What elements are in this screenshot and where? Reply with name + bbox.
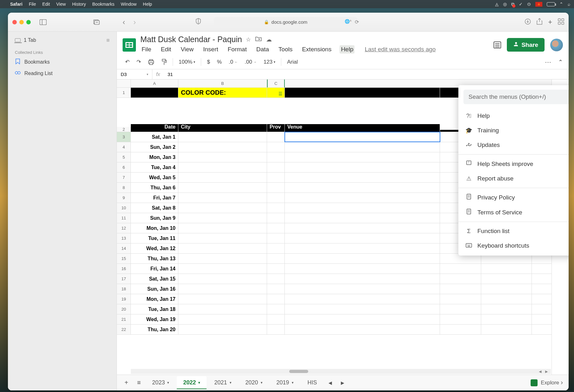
cell-E19[interactable] (440, 294, 481, 304)
cell-D14[interactable] (285, 243, 440, 253)
row-header-16[interactable]: 16 (117, 264, 131, 274)
filter-icon[interactable]: ☰ (278, 91, 283, 96)
cell-E21[interactable] (440, 314, 481, 324)
cell-C8[interactable] (267, 183, 285, 193)
status-battery-icon[interactable] (547, 2, 555, 6)
menu-view[interactable]: View (56, 2, 66, 7)
undo-icon[interactable]: ↶ (123, 57, 132, 66)
new-tab-icon[interactable]: + (548, 18, 552, 26)
star-icon[interactable]: ☆ (246, 36, 251, 43)
percent-icon[interactable]: % (214, 58, 224, 66)
menu-bookmarks[interactable]: Bookmarks (92, 2, 114, 7)
cell-C5[interactable] (267, 152, 285, 162)
menu-tools-sheets[interactable]: Tools (277, 45, 294, 54)
paint-format-icon[interactable] (159, 58, 169, 66)
user-avatar[interactable] (550, 39, 563, 51)
cell-A17[interactable]: Sat, Jan 15 (131, 274, 178, 284)
cell-A9[interactable]: Fri, Jan 7 (131, 193, 178, 203)
cell-F16[interactable] (481, 264, 532, 274)
status-icon-1[interactable]: ◬ (495, 2, 499, 7)
tab-2021[interactable]: 2021▾ (208, 376, 238, 389)
cell-D13[interactable] (285, 233, 440, 243)
cell-B7[interactable] (178, 173, 267, 182)
cell-B3[interactable] (178, 132, 267, 142)
cell-A18[interactable]: Sun, Jan 16 (131, 284, 178, 294)
tab-2023[interactable]: 2023▾ (146, 376, 175, 389)
row-header-6[interactable]: 6 (117, 162, 131, 172)
help-item-help[interactable]: ?⃝Help (458, 109, 569, 123)
scroll-right-icon[interactable]: ▶ (545, 370, 548, 374)
cell-D17[interactable] (285, 274, 440, 284)
cell-C21[interactable] (267, 314, 285, 324)
new-tab-plus-button[interactable]: + (92, 18, 101, 26)
bookmarks-row[interactable]: Bookmarks (8, 56, 117, 68)
cell-B9[interactable] (178, 193, 267, 203)
help-item-terms[interactable]: Terms of Service (458, 205, 569, 220)
reload-icon[interactable]: ⟳ (355, 19, 359, 25)
cell-A1[interactable] (131, 88, 178, 98)
row-header-4[interactable]: 4 (117, 142, 131, 152)
currency-icon[interactable]: $ (204, 58, 212, 66)
row-header-10[interactable]: 10 (117, 203, 131, 213)
row-header-22[interactable]: 22 (117, 325, 131, 334)
name-box[interactable]: D3▾ (117, 69, 152, 79)
cell-B2[interactable]: City (178, 124, 267, 132)
document-title[interactable]: Matt Dusk Calendar - Paquin (140, 35, 242, 44)
row-header-8[interactable]: 8 (117, 183, 131, 193)
cell-E17[interactable] (440, 274, 481, 284)
menu-edit[interactable]: Edit (42, 2, 50, 7)
select-all-cell[interactable] (117, 79, 131, 87)
cell-D6[interactable] (285, 162, 440, 172)
row-header-11[interactable]: 11 (117, 213, 131, 223)
cell-A6[interactable]: Tue, Jan 4 (131, 162, 178, 172)
row-header-14[interactable]: 14 (117, 243, 131, 253)
tab-scroll-right-icon[interactable]: ▶ (337, 378, 348, 388)
cell-C2[interactable]: Prov (267, 124, 285, 132)
cell-C11[interactable] (267, 213, 285, 223)
scrollbar-thumb[interactable] (289, 370, 308, 373)
cell-F18[interactable] (481, 284, 532, 294)
horizontal-scrollbar[interactable]: ◀ ▶ (131, 369, 551, 374)
row-header-17[interactable]: 17 (117, 274, 131, 284)
menu-help-sheets[interactable]: Help (340, 45, 354, 54)
cell-B15[interactable] (178, 254, 267, 263)
cell-C4[interactable] (267, 142, 285, 152)
tab-scroll-left-icon[interactable]: ◀ (325, 378, 336, 388)
cell-A14[interactable]: Wed, Jan 12 (131, 243, 178, 253)
cell-C22[interactable] (267, 325, 285, 334)
row-header-19[interactable]: 19 (117, 294, 131, 304)
row-header-20[interactable]: 20 (117, 304, 131, 314)
cell-B4[interactable] (178, 142, 267, 152)
cell-A3[interactable]: Sat, Jan 1 (131, 132, 178, 142)
zoom-select[interactable]: 100% ▾ (176, 58, 198, 66)
menu-extensions-sheets[interactable]: Extensions (301, 45, 333, 54)
cell-C17[interactable] (267, 274, 285, 284)
cell-B1[interactable]: COLOR CODE: (178, 88, 267, 98)
cell-D8[interactable] (285, 183, 440, 193)
cell-F22[interactable] (481, 325, 532, 334)
cell-C6[interactable] (267, 162, 285, 172)
cell-D18[interactable] (285, 284, 440, 294)
help-item-improve[interactable]: !Help Sheets improve (458, 156, 569, 171)
help-item-updates[interactable]: Updates (458, 138, 569, 152)
cell-A2[interactable]: Date (131, 124, 178, 132)
cell-A8[interactable]: Thu, Jan 6 (131, 183, 178, 193)
row-header-15[interactable]: 15 (117, 254, 131, 263)
cell-D9[interactable] (285, 193, 440, 203)
menu-edit-sheets[interactable]: Edit (160, 45, 173, 54)
menu-history[interactable]: History (72, 2, 86, 7)
cell-E20[interactable] (440, 304, 481, 314)
reading-list-row[interactable]: Reading List (8, 68, 117, 79)
cell-D4[interactable] (285, 142, 440, 152)
menu-window[interactable]: Window (121, 2, 137, 7)
cell-C12[interactable] (267, 223, 285, 233)
increase-decimal-icon[interactable]: .00→ (242, 58, 259, 66)
cell-B20[interactable] (178, 304, 267, 314)
cell-D12[interactable] (285, 223, 440, 233)
downloads-icon[interactable] (525, 18, 531, 26)
translate-icon[interactable]: 🌐ᴬ (345, 19, 352, 25)
cell-C18[interactable] (267, 284, 285, 294)
row-header-7[interactable]: 7 (117, 173, 131, 182)
cell-A7[interactable]: Wed, Jan 5 (131, 173, 178, 182)
cell-C14[interactable] (267, 243, 285, 253)
